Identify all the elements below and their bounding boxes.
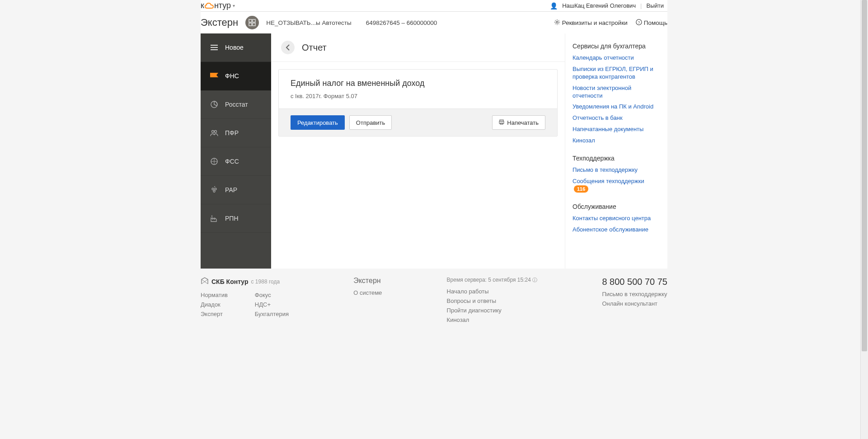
panel-link[interactable]: Напечатанные документы [572,126,660,133]
panel-title-support: Техподдержка [572,155,660,162]
panel-title-service: Обслуживание [572,203,660,210]
panel-link[interactable]: Выписки из ЕГРЮЛ, ЕГРИП и проверка контр… [572,66,660,81]
panel-link[interactable]: Календарь отчетности [572,54,660,62]
footer-link[interactable]: Фокус [255,292,289,298]
report-subtitle: с Iкв. 2017г. Формат 5.07 [291,93,545,99]
svg-rect-3 [253,23,255,26]
footer-brand: СКБ Контур [211,278,249,285]
flag-icon [210,71,219,80]
page-scrollbar[interactable] [860,0,868,344]
panel-link[interactable]: Кинозал [572,137,660,145]
app-title: Экстерн [201,17,238,28]
panel-link[interactable]: Отчетность в банк [572,114,660,122]
svg-text:?: ? [638,20,640,24]
edit-button[interactable]: Редактировать [291,115,345,130]
svg-point-9 [215,131,217,133]
org-badge-icon[interactable] [245,16,259,29]
support-count-badge: 116 [574,185,588,193]
support-msgs-label: Сообщения техподдержки [572,178,644,184]
user-icon: 👤 [550,2,558,9]
svg-point-8 [212,131,214,133]
org-id: 6498267645 – 660000000 [366,19,437,26]
cloud-icon [205,1,214,10]
footer-link[interactable]: Пройти диагностику [447,307,538,314]
footer: СКБ Контур с 1988 года Норматив Диадок Э… [0,269,868,344]
footer-link[interactable]: НДС+ [255,301,289,308]
sidebar-item-rar[interactable]: РАР [201,176,271,204]
print-button[interactable]: Напечатать [492,115,545,130]
brand-logo[interactable]: к нтур ▾ [201,1,235,10]
server-time-label: Время сервера: 5 сентября 15:24 [447,277,531,283]
content-main: Отчет Единый налог на вмененный доход с … [271,33,565,269]
support-phone: 8 800 500 70 75 [602,277,667,287]
print-label: Напечатать [507,119,539,126]
logo-suffix: нтур [214,1,231,10]
report-title: Единый налог на вмененный доход [291,79,545,88]
user-name-link[interactable]: НашКац Евгений Олегович [562,2,636,9]
report-card: Единый налог на вмененный доход с Iкв. 2… [278,69,558,137]
caret-down-icon: ▾ [233,3,235,8]
list-icon [210,43,219,52]
send-button[interactable]: Отправить [349,115,392,130]
header: Экстерн НЕ_ОТЗЫВАТЬ...ы Автотесты 649826… [201,12,667,33]
svg-rect-1 [253,19,255,22]
footer-link[interactable]: О системе [353,289,382,296]
page-title: Отчет [302,42,327,53]
server-time: Время сервера: 5 сентября 15:24 ⓘ [447,277,538,283]
panel-link[interactable]: Абонентское обслуживание [572,226,660,234]
footer-mid-title: Экстерн [353,277,382,285]
settings-label: Реквизиты и настройки [562,19,628,26]
sidebar-item-pfr[interactable]: ПФР [201,119,271,147]
sidebar-item-label: ПФР [225,129,239,137]
footer-link[interactable]: Норматив [201,292,228,298]
footer-link[interactable]: Онлайн консультант [602,300,667,307]
pie-icon [210,100,219,109]
help-label: Помощь [644,19,667,26]
svg-point-4 [556,21,558,23]
panel-title-services: Сервисы для бухгалтера [572,42,660,50]
main: Новое ФНС Росстат ПФР [201,33,667,269]
panel-link[interactable]: Новости электронной отчетности [572,85,660,100]
footer-link[interactable]: Бухгалтерия [255,311,289,317]
sidebar-item-fns[interactable]: ФНС [201,62,271,90]
factory-icon [210,214,219,223]
chevron-left-icon [286,44,290,51]
people-icon [210,128,219,137]
footer-since: с 1988 года [251,279,280,285]
svg-point-11 [212,188,214,190]
info-icon[interactable]: ⓘ [532,277,537,283]
sidebar-item-fss[interactable]: ФСС [201,147,271,176]
footer-logo-icon [201,277,209,286]
panel-link-support-messages[interactable]: Сообщения техподдержки 116 [572,178,660,193]
panel-link[interactable]: Контакты сервисного центра [572,215,660,222]
circle-icon [210,157,219,166]
help-link[interactable]: ? Помощь [636,19,667,27]
settings-link[interactable]: Реквизиты и настройки [554,19,628,27]
separator: | [640,2,642,9]
back-button[interactable] [281,41,295,54]
sidebar-item-new[interactable]: Новое [201,33,271,62]
footer-link[interactable]: Письмо в техподдержку [602,291,667,297]
sidebar-item-label: РАР [225,186,237,194]
topbar: к нтур ▾ 👤 НашКац Евгений Олегович | Вый… [201,0,667,12]
footer-link[interactable]: Кинозал [447,316,538,323]
org-name[interactable]: НЕ_ОТЗЫВАТЬ...ы Автотесты [266,19,352,26]
sidebar-item-rosstat[interactable]: Росстат [201,90,271,119]
sidebar: Новое ФНС Росстат ПФР [201,33,271,269]
panel-link-support-letter[interactable]: Письмо в техподдержку [572,166,660,174]
footer-link[interactable]: Начало работы [447,288,538,295]
right-panel: Сервисы для бухгалтера Календарь отчетно… [565,33,667,269]
logout-link[interactable]: Выйти [647,2,664,9]
footer-link[interactable]: Вопросы и ответы [447,297,538,304]
svg-point-13 [213,190,215,192]
sidebar-item-label: Росстат [225,101,248,108]
footer-link[interactable]: Эксперт [201,311,228,317]
svg-point-12 [215,188,216,190]
sidebar-item-label: ФСС [225,158,239,165]
sidebar-item-rpn[interactable]: РПН [201,204,271,233]
grapes-icon [210,185,219,194]
question-icon: ? [636,19,642,27]
gear-icon [554,19,560,27]
footer-link[interactable]: Диадок [201,301,228,308]
panel-link[interactable]: Уведомления на ПК и Android [572,103,660,111]
